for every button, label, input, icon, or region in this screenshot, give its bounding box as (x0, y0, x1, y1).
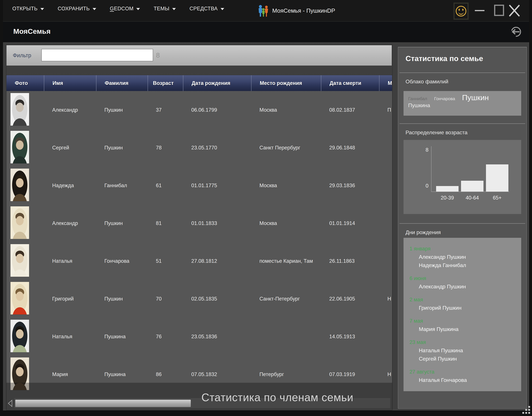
menu-item-gedcom[interactable]: GEDCOM (110, 6, 140, 12)
family-table: ФотоИмяФамилияВозрастДата рожденияМесто … (7, 75, 392, 410)
page-title: МояСемья (13, 27, 50, 35)
smiley-icon (456, 6, 466, 17)
cell-age: 76 (148, 318, 183, 356)
resize-grip-icon[interactable] (522, 406, 531, 415)
cell-birth-date: 01.01.1833 (183, 204, 251, 242)
cell-birth-place (251, 318, 321, 356)
table-row[interactable]: АлександрПушкин8101.01.1833Москва01.01.1… (7, 204, 392, 242)
birthday-date: 23 мая (409, 338, 521, 346)
maximize-button[interactable] (494, 5, 504, 16)
column-header-1[interactable]: Имя (44, 75, 96, 91)
separator (399, 123, 525, 124)
cell-death-date: 26.11.1863 (321, 242, 379, 280)
scroll-left-arrow[interactable] (8, 400, 13, 407)
table-row[interactable]: АлександрПушкин3706.06.1799Москва08.02.1… (7, 91, 392, 129)
table-row[interactable]: НатальяПушкина7623.05.183614.05.1913 (7, 318, 392, 356)
app-title-group: МояСемья - ПушкинDP (258, 4, 335, 18)
birthday-group: 1 январяАлександр ПушкинНадежда Ганнибал (409, 245, 521, 269)
chevron-down-icon (40, 8, 44, 10)
scrollbar-thumb[interactable] (15, 400, 191, 407)
cell-birth-date: 06.06.1799 (183, 91, 251, 129)
cell-death-place (379, 129, 392, 167)
filter-bar: Фильтр 8 (7, 45, 392, 66)
cell-death-place (379, 167, 392, 204)
close-button[interactable] (509, 4, 520, 17)
person-photo (10, 93, 29, 126)
cell-death-date: 22.06.1905 (321, 280, 379, 318)
cell-surname: Гончарова (96, 242, 148, 280)
birthday-person[interactable]: Наталья Гончарова (409, 376, 521, 384)
column-header-2[interactable]: Фамилия (96, 75, 148, 91)
cell-birth-place: поместье Кариан, Там (251, 242, 321, 280)
column-header-6[interactable]: Дата смерти (321, 75, 379, 91)
birthday-person[interactable]: Надежда Ганнибал (409, 261, 521, 269)
chevron-down-icon (136, 8, 140, 10)
chart-bar (436, 186, 458, 191)
surname-tag[interactable]: Ганнибал (408, 96, 427, 101)
cell-name: Наталья (44, 318, 96, 356)
birthday-date: 7 мая (409, 317, 521, 325)
filter-label: Фильтр (13, 52, 31, 59)
birthday-person[interactable]: Сергей Пушкин (409, 355, 521, 363)
person-photo (10, 282, 29, 315)
birthday-date: 6 июня (409, 274, 521, 282)
surname-cloud-label: Облако фамилий (406, 79, 522, 85)
birthday-person[interactable]: Наталья Пушкина (409, 346, 521, 355)
cell-surname: Пушкин (96, 91, 148, 129)
cell-name: Сергей (44, 129, 96, 167)
table-row[interactable]: НадеждаГаннибал6101.01.1775Москва29.03.1… (7, 167, 392, 204)
cell-surname: Ганнибал (96, 167, 148, 204)
minimize-button[interactable] (475, 10, 484, 11)
app-logo-family-icon (258, 4, 269, 17)
birthdays-list: 1 январяАлександр ПушкинНадежда Ганнибал… (404, 238, 521, 391)
mood-button[interactable] (454, 3, 468, 20)
cell-age: 37 (148, 91, 183, 129)
birthday-person[interactable]: Александр Пушкин (409, 253, 521, 261)
cell-death-date: 08.02.1837 (321, 91, 379, 129)
table-body: АлександрПушкин3706.06.1799Москва08.02.1… (7, 91, 392, 393)
menu-item-open[interactable]: ОТКРЫТЬ (12, 6, 44, 12)
back-button[interactable] (509, 25, 523, 39)
menu-item-tools[interactable]: СРЕДСТВА (190, 6, 224, 12)
cell-birth-place: Москва (251, 91, 321, 129)
cell-name: Надежда (44, 167, 96, 204)
cell-death-place: Н (379, 280, 392, 318)
age-chart-label: Распределение возраста (406, 129, 522, 136)
age-distribution-chart: 8 0 20-3940-6465+ (404, 140, 521, 214)
table-row[interactable]: СергейПушкин7823.05.1770Санкт Перербург2… (7, 129, 392, 167)
chevron-down-icon (172, 8, 176, 10)
statistics-title: Статистика по семье (406, 54, 522, 63)
cell-age: 51 (148, 242, 183, 280)
column-header-5[interactable]: Место рождения (251, 75, 321, 91)
column-header-3[interactable]: Возраст (148, 75, 183, 91)
cell-death-place (379, 204, 392, 242)
table-row[interactable]: НатальяГончарова5127.08.1812поместье Кар… (7, 242, 392, 280)
birthday-person[interactable]: Александр Пушкин (409, 282, 521, 291)
cell-birth-place: Москва (251, 204, 321, 242)
surname-tag[interactable]: Пушкина (408, 102, 430, 109)
content-area: Фильтр 8 ФотоИмяФамилияВозрастДата рожде… (3, 42, 529, 410)
menu-item-themes[interactable]: ТЕМЫ (153, 6, 176, 12)
menu-item-label: ТЕМЫ (153, 6, 169, 12)
surname-tag[interactable]: Пушкин (462, 93, 489, 102)
cell-birth-date: 23.05.1770 (183, 129, 251, 167)
back-arrow-icon (509, 25, 523, 39)
birthday-person[interactable]: Григорий Пушкин (409, 304, 521, 312)
person-photo (10, 168, 29, 201)
column-header-0[interactable]: Фото (7, 75, 44, 91)
cell-age: 61 (148, 167, 183, 204)
chart-bar (461, 181, 484, 191)
table-row[interactable]: ГригорийПушкин7002.05.1835Санкт-Петербур… (7, 280, 392, 318)
cell-birth-place: Санкт-Петербург (251, 280, 321, 318)
cell-name: Наталья (44, 242, 96, 280)
cell-surname: Пушкин (96, 204, 148, 242)
surname-tag[interactable]: Гончарова (434, 96, 455, 101)
filter-input[interactable] (41, 49, 153, 61)
menu-item-label: ОТКРЫТЬ (12, 6, 38, 12)
x-axis-tick-label: 40-64 (461, 195, 484, 201)
birthday-person[interactable]: Мария Пушкина (409, 325, 521, 333)
chart-bar (486, 164, 508, 191)
column-header-7[interactable]: М (379, 75, 392, 91)
column-header-4[interactable]: Дата рождения (183, 75, 251, 91)
menu-item-save[interactable]: СОХРАНИТЬ (58, 6, 96, 12)
